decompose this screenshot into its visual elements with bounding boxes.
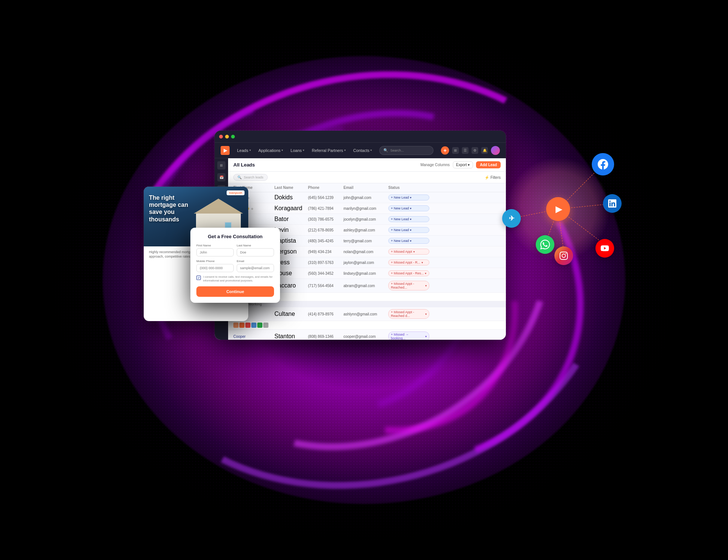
phone-input[interactable]	[196, 264, 234, 272]
row-icons-container: ······	[228, 321, 506, 330]
first-name-label: First Name	[196, 244, 234, 247]
nav-applications[interactable]: Applications ▾	[258, 148, 283, 153]
table-row[interactable]: Jocelyn Bator (303) 786-6575 jocelyn@gma…	[228, 214, 506, 225]
sidebar-icon-2[interactable]: 📅	[217, 173, 225, 181]
whatsapp-icon[interactable]	[536, 235, 554, 254]
filter-icon: ⚡	[485, 175, 489, 180]
status-badge[interactable]: + New Lead ▾	[388, 227, 429, 233]
linkedin-icon[interactable]	[603, 194, 622, 213]
export-arrow-icon: ▾	[468, 163, 470, 167]
consent-checkbox[interactable]: ✓	[196, 276, 201, 280]
nav-add-button[interactable]: +	[441, 146, 449, 155]
name-row: First Name Last Name	[196, 244, 274, 256]
last-name-group: Last Name	[237, 244, 274, 256]
referral-arrow: ▾	[344, 149, 346, 152]
all-leads-title: All Leads	[233, 162, 255, 168]
content-wrapper: ▶ Leads ▾ Applications ▾ Loans ▾ Referra…	[140, 112, 588, 448]
house-roof	[194, 199, 243, 214]
table-row[interactable]: John ⚡ ⊕ Dokids (645) 564-1239 john@gmai…	[228, 192, 506, 203]
social-widget: ▶ ✈	[498, 149, 618, 269]
consultation-form: Get a Free Consultation First Name Last …	[190, 228, 280, 303]
loans-arrow: ▾	[303, 149, 304, 152]
nav-contacts[interactable]: Contacts ▾	[353, 148, 372, 153]
status-badge[interactable]: + Missed → booking... ▾	[388, 332, 429, 340]
close-dot[interactable]	[219, 135, 223, 139]
continue-button[interactable]: Continue	[196, 286, 274, 297]
social-center-play[interactable]: ▶	[546, 197, 570, 221]
toolbar-actions: Manage Columns Export ▾ Add Lead	[420, 161, 501, 168]
phone-group: Mobile Phone	[196, 259, 234, 272]
email-group: Email	[237, 259, 274, 272]
status-badge[interactable]: + Missed Appt - Reached... ▾	[388, 281, 429, 290]
status-badge[interactable]: + New Lead ▾	[388, 205, 429, 211]
email-input[interactable]	[237, 264, 274, 272]
search-leads-icon: 🔍	[237, 175, 242, 179]
contact-row: Mobile Phone Email	[196, 259, 274, 272]
last-name-input[interactable]	[237, 248, 274, 256]
table-row[interactable]: Cooper Stanton (808) 869-1346 cooper@gma…	[228, 330, 506, 340]
search-icon: 🔍	[383, 148, 388, 152]
nav-icon-2[interactable]: ☰	[462, 147, 469, 154]
consent-text: I consent to receive calls, text message…	[203, 275, 274, 283]
nav-icon-1[interactable]: ⊞	[452, 147, 459, 154]
phone-label: Mobile Phone	[196, 259, 234, 263]
add-lead-button[interactable]: Add Lead	[476, 161, 501, 168]
row-icon: ·	[233, 323, 239, 328]
email-label: Email	[237, 259, 274, 263]
landing-logo: loanpush	[227, 190, 245, 195]
minimize-dot[interactable]	[225, 135, 229, 139]
status-badge[interactable]: + Missed Appt ▾	[388, 249, 429, 255]
nav-icon-4[interactable]: 🔔	[481, 147, 488, 154]
status-badge[interactable]: + New Lead ▾	[388, 195, 429, 200]
last-name-label: Last Name	[237, 244, 274, 247]
export-button[interactable]: Export ▾	[453, 161, 473, 168]
row-icon: ·	[239, 323, 245, 328]
status-badge[interactable]: + Missed Appt - Reached d... ▾	[388, 309, 429, 319]
status-badge[interactable]: + New Lead ▾	[388, 216, 429, 222]
first-name-group: First Name	[196, 244, 234, 256]
manage-columns-button[interactable]: Manage Columns	[420, 163, 449, 167]
form-title: Get a Free Consultation	[196, 234, 274, 239]
row-icon: ·	[263, 323, 268, 328]
consent-row: ✓ I consent to receive calls, text messa…	[196, 275, 274, 283]
nav-logo: ▶	[221, 146, 230, 155]
nav-actions: + ⊞ ☰ ⚙ 🔔	[441, 146, 500, 155]
leads-search-input[interactable]: 🔍 Search leads	[233, 174, 268, 181]
nav-icon-3[interactable]: ⚙	[472, 147, 478, 154]
crm-titlebar	[215, 131, 506, 143]
status-badge[interactable]: + New Lead ▾	[388, 238, 429, 244]
leads-arrow: ▾	[249, 149, 251, 152]
row-icon: ·	[257, 323, 262, 328]
row-icon: ·	[251, 323, 256, 328]
crm-search-bar: 🔍 Search leads ⚡ Filters	[228, 172, 506, 183]
facebook-icon[interactable]	[592, 153, 614, 175]
row-icon: ·	[245, 323, 251, 328]
crm-toolbar: All Leads Manage Columns Export ▾ Add Le…	[228, 158, 506, 172]
youtube-icon[interactable]	[595, 239, 614, 258]
table-row[interactable]: Marilyn ⚡ ⊕ Koragaard (786) 421-7894 mar…	[228, 203, 506, 214]
table-row[interactable]: Ashlynn Cultane (414) 879-8976 ashlynn@g…	[228, 307, 506, 321]
play-icon: ▶	[556, 204, 562, 214]
nav-loans[interactable]: Loans ▾	[290, 148, 304, 153]
maximize-dot[interactable]	[231, 135, 235, 139]
status-badge[interactable]: + Missed Appt - R... ▾	[388, 259, 429, 265]
applications-arrow: ▾	[281, 149, 283, 152]
nav-leads[interactable]: Leads ▾	[237, 148, 251, 153]
table-header: First Name Last Name Phone Email Status	[228, 183, 506, 192]
status-badge[interactable]: + Missed Appt - Res... ▾	[388, 270, 429, 276]
hero-text: The right mortgage can save you thousand…	[149, 194, 197, 223]
nav-search[interactable]: 🔍 Search...	[379, 146, 433, 155]
contacts-arrow: ▾	[370, 149, 372, 152]
telegram-icon[interactable]: ✈	[502, 209, 521, 228]
instagram-icon[interactable]	[554, 246, 573, 265]
crm-nav: ▶ Leads ▾ Applications ▾ Loans ▾ Referra…	[215, 143, 506, 158]
first-name-input[interactable]	[196, 248, 234, 256]
sidebar-icon-1[interactable]: ⊞	[217, 161, 225, 169]
nav-referral[interactable]: Referral Partners ▾	[312, 148, 346, 153]
